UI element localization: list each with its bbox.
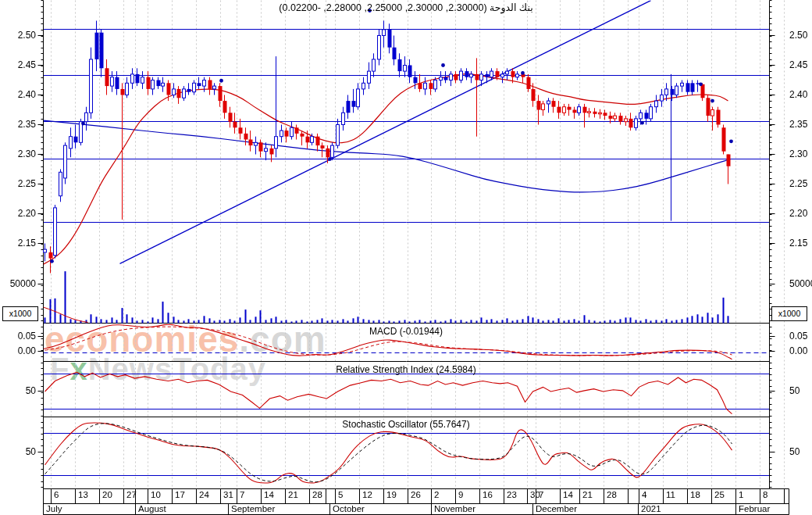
rsi-panel-title: Relative Strength Index (24.5984) xyxy=(43,364,769,375)
chart-title: بنك الدوحة (2.30000, 2.30000, 2.25000, 2… xyxy=(43,2,769,13)
chart-canvas[interactable] xyxy=(0,0,812,515)
macd-panel-title: MACD (-0.01944) xyxy=(43,326,769,337)
volume-multiplier-left: x1000 xyxy=(2,306,38,321)
volume-multiplier-right: x1000 xyxy=(771,306,807,321)
trading-chart-window: economies.com FxNewsToday بنك الدوحة (2.… xyxy=(0,0,812,515)
stochastic-panel-title: Stochastic Oscillator (55.7647) xyxy=(43,419,769,430)
